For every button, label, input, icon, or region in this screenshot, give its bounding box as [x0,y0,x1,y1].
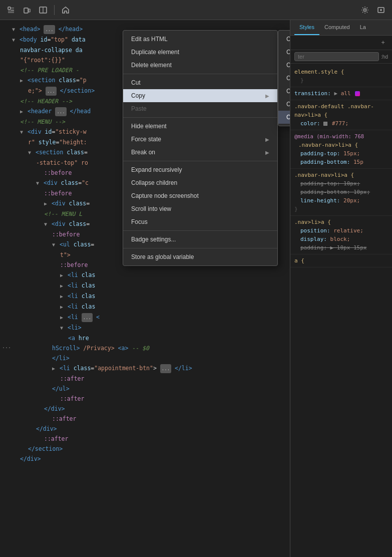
css-rule-transition: transition: ▶ all [290,87,392,100]
color-swatch [323,122,327,126]
ellipsis-btn[interactable]: ... [160,364,171,373]
menu-item-delete[interactable]: Delete element [123,59,277,72]
copy-submenu[interactable]: Copy element Copy outerHTML Copy selecto… [278,30,290,126]
menu-item-label: Cut [131,79,141,86]
tab-computed[interactable]: Computed [319,20,355,35]
ellipsis-btn[interactable]: ... [55,107,66,116]
submenu-item-copy-selector[interactable]: Copy selector [278,59,290,72]
css-content: element.style { } transition: ▶ all .nav… [290,64,392,557]
dom-line: </ul> [0,384,290,394]
expand-icon[interactable] [60,325,63,331]
submenu-item-label: Copy styles [286,88,290,95]
menu-item-label: Edit as HTML [131,36,168,43]
submenu-item-copy-xpath[interactable]: Copy XPath [278,98,290,111]
css-line: position: relative; [294,226,388,235]
menu-item-label: Paste [131,105,147,112]
dom-pseudo: ::after [0,414,290,424]
tab-layout[interactable]: La [355,20,371,35]
menu-item-collapse[interactable]: Collapse children [123,176,277,189]
dom-line: ··· hScroll> /Privacy> <a> -- $0 [0,343,290,353]
menu-item-label: Badge settings... [131,236,176,243]
expand-icon[interactable] [52,366,55,371]
menu-item-store-global[interactable]: Store as global variable [123,250,277,263]
menu-item-force-state[interactable]: Force state ▶ [123,133,277,146]
device-icon[interactable] [20,3,34,17]
dock-icon[interactable] [36,3,50,17]
submenu-item-copy-fullxpath[interactable]: Copy full XPath [278,111,290,124]
toolbar-divider [54,5,55,15]
menu-item-edit-html[interactable]: Edit as HTML [123,33,277,46]
dom-line: <li clas [0,291,290,302]
submenu-item-label: Copy XPath [286,101,290,108]
expand-icon[interactable] [20,129,23,135]
menu-item-expand[interactable]: Expand recursively [123,163,277,176]
css-rule-navbar-nav: .navbar-nav>li>a { padding-top: 10px; pa… [290,169,392,216]
dom-pseudo: ::after [0,374,290,384]
dom-line: <a hre [0,333,290,343]
submenu-item-copy-styles[interactable]: Copy styles [278,85,290,98]
expand-icon[interactable] [44,221,47,227]
dom-pseudo: ::after [0,434,290,444]
menu-item-label: Copy [131,92,145,99]
menu-item-scroll[interactable]: Scroll into view [123,202,277,215]
ellipsis-btn[interactable]: ... [82,313,93,322]
expand-icon[interactable] [20,78,23,83]
css-rule-close: } [294,205,388,213]
css-line: color: #777; [294,119,388,128]
tab-label: Computed [324,24,350,30]
new-tab-icon[interactable] [374,3,388,17]
inspect-icon[interactable] [4,3,18,17]
tab-styles[interactable]: Styles [294,20,319,35]
three-dots-icon: ··· [2,344,11,353]
menu-item-hide[interactable]: Hide element [123,120,277,133]
ellipsis-btn[interactable]: ... [44,25,55,34]
menu-item-capture[interactable]: Capture node screenshot [123,189,277,202]
expand-icon[interactable] [60,272,63,278]
styles-new-rule-icon[interactable]: + [378,38,388,48]
menu-item-badge[interactable]: Badge settings... [123,233,277,246]
media-query: @media (min-width: 768 [294,132,388,141]
home-icon[interactable] [59,3,73,17]
dom-line: <li clas [0,281,290,291]
submenu-item-copy-element[interactable]: Copy element [278,33,290,46]
submenu-item-copy-jspath[interactable]: Copy JS path [278,72,290,85]
css-line: padding-bottom: 10px; [294,188,388,196]
expand-icon[interactable] [20,109,23,114]
expand-icon[interactable] [12,27,15,32]
submenu-item-copy-outerhtml[interactable]: Copy outerHTML [278,46,290,59]
menu-item-focus[interactable]: Focus [123,215,277,228]
menu-separator [123,248,277,248]
expand-icon[interactable] [12,37,15,43]
dom-line: <li> [0,323,290,333]
expand-icon[interactable] [60,304,63,310]
svg-rect-1 [24,8,28,13]
css-line: padding: ▶ 10px 15px [294,243,388,252]
styles-toolbar: + [290,36,392,50]
expand-icon[interactable] [28,150,31,155]
menu-item-label: Break on [131,149,155,156]
menu-item-break-on[interactable]: Break on ▶ [123,146,277,159]
css-rule-media: @media (min-width: 768 .navbar-nav>li>a … [290,130,392,169]
dom-line: <li clas [0,302,290,312]
expand-icon[interactable] [60,283,63,289]
expand-icon[interactable] [60,315,63,320]
submenu-arrow-icon: ▶ [265,93,269,99]
tab-label: Styles [299,24,314,30]
settings-icon[interactable] [358,3,372,17]
context-menu[interactable]: Edit as HTML Duplicate element Delete el… [123,30,278,266]
dom-pseudo: ::after [0,394,290,404]
expand-icon[interactable] [60,294,63,299]
submenu-item-label: Copy full XPath [286,114,290,121]
submenu-item-label: Copy JS path [286,75,290,82]
pseudo-class-label: :hd [381,54,388,60]
menu-item-cut[interactable]: Cut [123,76,277,89]
dom-panel: <head> ... </head> <body id="top" data n… [0,20,290,557]
expand-icon[interactable] [44,201,47,206]
menu-item-copy[interactable]: Copy ▶ [123,89,277,102]
dom-line: </div> [0,424,290,434]
filter-input[interactable] [294,52,379,61]
expand-icon[interactable] [36,180,39,186]
menu-item-duplicate[interactable]: Duplicate element [123,46,277,59]
expand-icon[interactable] [52,242,55,247]
ellipsis-btn[interactable]: ... [46,87,57,96]
